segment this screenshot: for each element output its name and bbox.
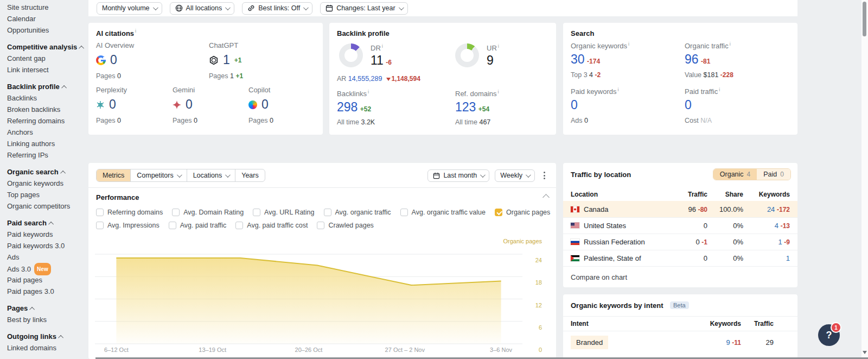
sidebar-item-organic-competitors[interactable]: Organic competitors <box>0 200 88 212</box>
years-segment[interactable]: Years <box>235 169 265 181</box>
sidebar-item-top-pages[interactable]: Top pages <box>0 189 88 200</box>
refdomains-delta: +54 <box>478 105 489 113</box>
ar-value[interactable]: 14,555,289 <box>348 75 382 83</box>
checkbox-avg-domain-rating[interactable]: Avg. Domain Rating <box>172 209 244 216</box>
paid-keywords-value[interactable]: 0 <box>571 98 578 112</box>
svg-text:24: 24 <box>535 257 542 263</box>
sidebar-item-linked-domains[interactable]: Linked domains <box>0 342 88 354</box>
organic-pages-area-chart[interactable]: 241812606–12 Oct13–19 Oct20–26 Oct27 Oct… <box>95 234 543 357</box>
checkbox-organic-pages[interactable]: Organic pages <box>495 209 550 216</box>
table-row-canada[interactable]: Canada 96 -80 100.0% 24 -172 <box>563 201 797 217</box>
chevron-down-icon <box>225 5 231 10</box>
checkbox-avg-organic-traffic[interactable]: Avg. organic traffic <box>324 209 391 216</box>
checkbox-crawled-pages[interactable]: Crawled pages <box>317 222 373 229</box>
chevron-down-icon <box>177 172 182 178</box>
checkbox-avg-impressions[interactable]: Avg. Impressions <box>96 222 159 229</box>
help-button[interactable]: ? 1 <box>818 324 840 346</box>
volume-filter-button[interactable]: Monthly volume <box>97 2 162 15</box>
paid-traffic-value[interactable]: 0 <box>685 98 692 112</box>
ahrefs-rank: AR 14,555,2891,148,594 <box>337 75 420 83</box>
sidebar-item-calendar[interactable]: Calendar <box>0 13 88 24</box>
sidebar-item-organic-keywords[interactable]: Organic keywords <box>0 178 88 189</box>
info-icon[interactable]: i <box>382 43 383 49</box>
backlinks-delta: +52 <box>360 105 371 113</box>
sidebar-item-site-structure[interactable]: Site structure <box>0 2 88 13</box>
sidebar-item-broken-backlinks[interactable]: Broken backlinks <box>0 104 88 115</box>
svg-text:18: 18 <box>535 279 542 286</box>
checkbox-icon <box>169 222 176 229</box>
search-panel: Search Organic keywordsi 30 -174 Top 3 4… <box>563 23 797 135</box>
vertical-scrollbar-thumb[interactable] <box>863 2 866 36</box>
competitors-segment[interactable]: Competitors <box>130 169 186 181</box>
info-icon[interactable]: i <box>368 89 369 95</box>
checkbox-icon <box>317 222 324 229</box>
info-icon[interactable]: i <box>618 87 619 92</box>
dr-delta: -6 <box>386 59 392 66</box>
checkbox-avg-url-rating[interactable]: Avg. URL Rating <box>253 209 314 216</box>
sidebar-section-paid-search[interactable]: Paid search <box>0 217 88 229</box>
metrics-segment[interactable]: Metrics <box>97 169 130 181</box>
toggle-paid[interactable]: Paid0 <box>757 169 790 180</box>
backlinks-value[interactable]: 298 <box>337 100 358 114</box>
toggle-organic[interactable]: Organic4 <box>713 169 757 180</box>
changes-filter-button[interactable]: Changes: Last year <box>320 2 407 15</box>
sidebar-item-referring-ips[interactable]: Referring IPs <box>0 149 88 161</box>
sidebar-item-anchors[interactable]: Anchors <box>0 127 88 138</box>
table-row-branded[interactable]: Branded 9 -11 29 <box>563 331 797 353</box>
organic-traffic-value[interactable]: 96 <box>685 52 699 66</box>
sidebar-item-paid-keywords-3[interactable]: Paid keywords 3.0 <box>0 240 88 251</box>
sidebar-item-ads[interactable]: Ads <box>0 251 88 263</box>
sidebar-item-paid-pages-3[interactable]: Paid pages 3.0 <box>0 286 88 297</box>
compare-on-chart-link[interactable]: Compare on chart <box>571 273 627 281</box>
sidebar-item-opportunities[interactable]: Opportunities <box>0 24 88 36</box>
info-icon[interactable]: i <box>730 41 731 47</box>
ur-donut-chart <box>455 43 479 67</box>
sidebar-item-ads-3[interactable]: Ads 3.0New <box>0 263 88 274</box>
checkbox-referring-domains[interactable]: Referring domains <box>96 209 163 216</box>
scrollbar-down-arrow-icon[interactable] <box>863 351 867 354</box>
sidebar-section-competitive-analysis[interactable]: Competitive analysis <box>0 41 88 53</box>
info-icon[interactable]: i <box>498 43 499 49</box>
chevron-down-icon <box>225 172 231 178</box>
sidebar-item-paid-keywords[interactable]: Paid keywords <box>0 229 88 240</box>
sidebar-section-organic-search[interactable]: Organic search <box>0 166 88 178</box>
chevron-up-icon <box>48 222 54 227</box>
location-table-header: Location Traffic Share Keywords <box>563 188 797 201</box>
checkbox-avg-paid-traffic[interactable]: Avg. paid traffic <box>169 222 227 229</box>
google-icon <box>96 55 106 65</box>
sidebar-item-paid-pages[interactable]: Paid pages <box>0 274 88 286</box>
dr-donut-chart <box>339 43 363 67</box>
sidebar-section-pages[interactable]: Pages <box>0 303 88 314</box>
sidebar-item-best-by-links[interactable]: Best by links <box>0 314 88 325</box>
sidebar-section-outgoing-links[interactable]: Outgoing links <box>0 331 88 342</box>
info-icon[interactable]: i <box>498 89 499 95</box>
ai-overview-metric: AI Overview 0 Pages 0 <box>96 41 134 80</box>
refdomains-value[interactable]: 123 <box>455 100 476 114</box>
best-links-filter-button[interactable]: Best links: Off <box>242 2 312 15</box>
table-row-palestine[interactable]: Palestine, State of 0 0% 1 <box>563 250 797 266</box>
sidebar-item-referring-domains[interactable]: Referring domains <box>0 115 88 127</box>
sidebar-section-backlink-profile[interactable]: Backlink profile <box>0 81 88 92</box>
organic-keywords-value[interactable]: 30 <box>571 52 585 66</box>
info-icon[interactable]: i <box>719 87 720 92</box>
vertical-scrollbar-track[interactable] <box>861 0 868 359</box>
locations-filter-button[interactable]: All locations <box>170 2 235 15</box>
granularity-button[interactable]: Weekly <box>495 169 535 182</box>
info-icon[interactable]: i <box>135 28 136 34</box>
table-row-russian-federation[interactable]: Russian Federation 0 -1 0% 1 -9 <box>563 234 797 250</box>
sidebar-item-backlinks[interactable]: Backlinks <box>0 92 88 104</box>
svg-text:13–19 Oct: 13–19 Oct <box>199 347 226 353</box>
table-row-united-states[interactable]: United States 0 0% 4 -13 <box>563 217 797 234</box>
checkbox-avg-paid-traffic-cost[interactable]: Avg. paid traffic cost <box>235 222 308 229</box>
sidebar-item-linking-authors[interactable]: Linking authors <box>0 138 88 149</box>
domain-rating-metric: DRi 11 -6 <box>339 43 392 68</box>
locations-segment[interactable]: Locations <box>187 169 235 181</box>
organic-traffic-delta: -81 <box>701 58 710 65</box>
sidebar-item-link-intersect[interactable]: Link intersect <box>0 64 88 75</box>
collapse-chevron-icon[interactable] <box>542 194 550 201</box>
info-icon[interactable]: i <box>628 41 629 47</box>
sidebar-item-content-gap[interactable]: Content gap <box>0 53 88 64</box>
more-options-kebab-icon[interactable] <box>540 168 548 182</box>
period-button[interactable]: Last month <box>427 169 489 182</box>
checkbox-avg-organic-traffic-value[interactable]: Avg. organic traffic value <box>400 209 486 216</box>
